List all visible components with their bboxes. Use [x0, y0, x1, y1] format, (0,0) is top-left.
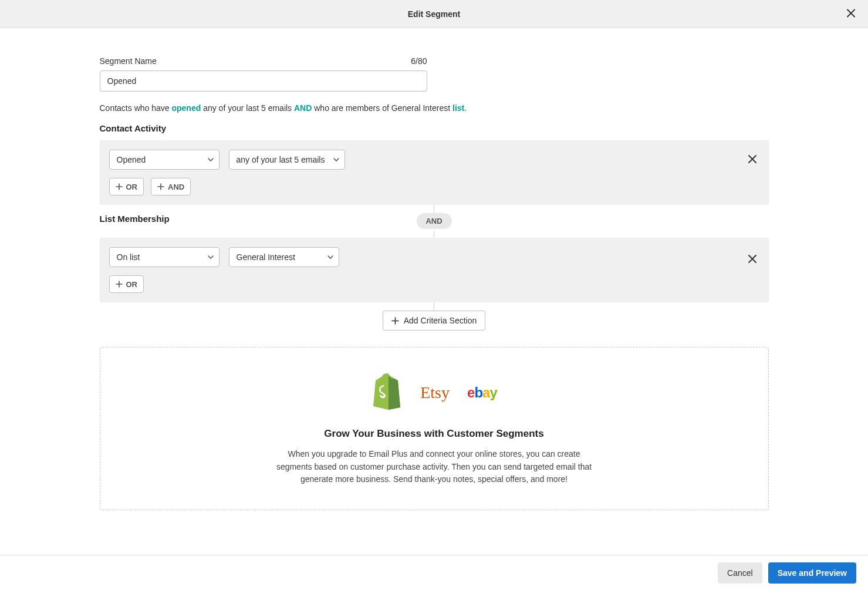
remove-criteria-button[interactable]	[745, 152, 759, 168]
segment-name-input[interactable]	[100, 70, 427, 92]
modal-footer: Cancel Save and Preview	[0, 555, 868, 581]
ebay-logo-icon: ebay	[467, 385, 497, 401]
summary-list-keyword: list	[452, 103, 464, 113]
plus-icon	[116, 281, 123, 288]
modal-title: Edit Segment	[408, 9, 460, 19]
add-or-button[interactable]: OR	[109, 275, 144, 293]
segment-name-label: Segment Name	[100, 56, 157, 66]
close-button[interactable]	[843, 5, 859, 22]
remove-criteria-button[interactable]	[745, 252, 759, 268]
list-name-select[interactable]: General Interest	[229, 247, 339, 267]
contact-activity-block: Opened any of your last 5 emails OR AND	[100, 140, 769, 205]
promo-title: Grow Your Business with Customer Segment…	[112, 428, 756, 440]
summary-and-keyword: AND	[294, 103, 312, 113]
plus-icon	[391, 317, 399, 325]
list-operator-select[interactable]: On list	[109, 247, 219, 267]
add-and-button[interactable]: AND	[151, 178, 191, 195]
promo-body: When you upgrade to Email Plus and conne…	[276, 448, 593, 486]
list-membership-heading: List Membership	[100, 214, 170, 224]
connector-line	[434, 205, 434, 213]
action-select[interactable]: Opened	[109, 150, 219, 170]
connector-and-pill: AND	[416, 213, 451, 229]
modal-header: Edit Segment	[0, 0, 868, 28]
add-criteria-section-button[interactable]: Add Criteria Section	[383, 311, 486, 331]
save-and-preview-button[interactable]: Save and Preview	[768, 562, 856, 581]
contact-activity-heading: Contact Activity	[100, 123, 769, 133]
add-or-button[interactable]: OR	[109, 178, 144, 195]
plus-icon	[116, 183, 123, 190]
segment-summary: Contacts who have opened any of your las…	[100, 103, 769, 113]
char-count: 6/80	[411, 56, 427, 66]
cancel-button[interactable]: Cancel	[718, 562, 762, 581]
connector-line	[434, 302, 434, 311]
connector-line	[434, 231, 434, 238]
etsy-logo-icon: Etsy	[420, 383, 450, 402]
scope-select[interactable]: any of your last 5 emails	[229, 150, 346, 170]
plus-icon	[157, 183, 164, 190]
close-icon	[748, 154, 757, 164]
close-icon	[748, 254, 757, 264]
shopify-logo-icon	[371, 373, 403, 412]
close-icon	[846, 8, 856, 18]
upsell-promo: Etsy ebay Grow Your Business with Custom…	[100, 347, 769, 510]
list-membership-block: On list General Interest OR	[100, 238, 769, 302]
summary-opened-keyword: opened	[171, 103, 201, 113]
